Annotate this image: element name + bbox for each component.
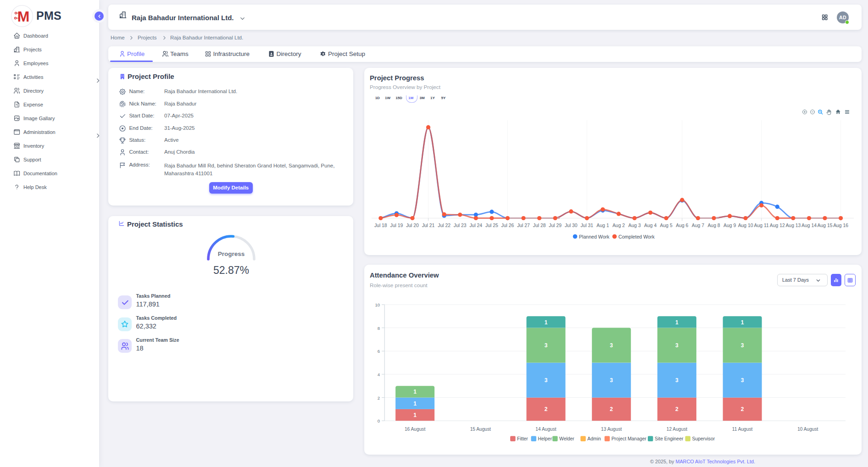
svg-text:2: 2 [741, 406, 744, 412]
svg-text:10: 10 [375, 302, 380, 307]
svg-text:11 August: 11 August [732, 427, 753, 432]
svg-text:Supervisor: Supervisor [692, 436, 715, 441]
svg-text:1: 1 [413, 400, 417, 407]
svg-text:Completed Work: Completed Work [618, 234, 655, 239]
svg-text:3: 3 [741, 342, 744, 349]
svg-text:Jul 21: Jul 21 [422, 223, 435, 228]
svg-text:8: 8 [378, 326, 380, 331]
svg-text:Aug 4: Aug 4 [644, 223, 657, 228]
svg-text:Jul 19: Jul 19 [390, 223, 403, 228]
svg-text:Jul 25: Jul 25 [485, 223, 498, 228]
svg-text:Aug 16: Aug 16 [833, 223, 848, 228]
svg-text:3: 3 [610, 342, 613, 349]
svg-text:Jul 22: Jul 22 [438, 223, 451, 228]
svg-text:M: M [17, 8, 30, 25]
svg-text:Helper: Helper [538, 436, 552, 441]
svg-text:Jul 30: Jul 30 [565, 223, 578, 228]
svg-text:Jul 28: Jul 28 [533, 223, 546, 228]
svg-text:Aug 15: Aug 15 [818, 223, 833, 228]
svg-text:10 August: 10 August [797, 427, 818, 432]
svg-text:Aug 9: Aug 9 [723, 223, 736, 228]
svg-text:Admin: Admin [587, 436, 601, 441]
svg-text:Aug 7: Aug 7 [692, 223, 704, 228]
svg-text:Project Manager: Project Manager [612, 436, 647, 441]
svg-text:Jul 27: Jul 27 [517, 223, 530, 228]
svg-text:Planned Work: Planned Work [579, 234, 610, 239]
svg-text:6: 6 [378, 349, 380, 354]
svg-text:2: 2 [545, 406, 548, 412]
svg-text:Jul 20: Jul 20 [406, 223, 419, 228]
svg-text:Jul 18: Jul 18 [374, 223, 387, 228]
svg-text:3: 3 [545, 377, 548, 384]
svg-text:2: 2 [675, 406, 679, 412]
svg-text:Aug 8: Aug 8 [707, 223, 720, 228]
svg-text:3: 3 [675, 342, 679, 349]
svg-text:Aug 11: Aug 11 [754, 223, 769, 228]
svg-text:Aug 3: Aug 3 [629, 223, 641, 228]
svg-text:3: 3 [741, 377, 744, 384]
svg-text:16 August: 16 August [405, 427, 425, 432]
svg-text:Aug 5: Aug 5 [660, 223, 673, 228]
svg-text:15 August: 15 August [470, 427, 491, 432]
svg-text:Aug 12: Aug 12 [770, 223, 785, 228]
svg-text:14 August: 14 August [535, 427, 556, 432]
svg-text:1: 1 [675, 319, 679, 326]
svg-text:Aug 10: Aug 10 [738, 223, 753, 228]
svg-text:Jul 29: Jul 29 [549, 223, 562, 228]
svg-text:Aug 1: Aug 1 [596, 223, 609, 228]
svg-text:4: 4 [378, 372, 380, 377]
svg-text:Jul 24: Jul 24 [469, 223, 482, 228]
svg-text:12 August: 12 August [667, 427, 687, 432]
svg-text:Jul 31: Jul 31 [580, 223, 593, 228]
svg-text:1: 1 [413, 389, 417, 395]
svg-text:3: 3 [675, 377, 679, 384]
svg-text:3: 3 [610, 377, 613, 384]
svg-text:1: 1 [413, 412, 417, 418]
svg-text:Aug 14: Aug 14 [801, 223, 817, 228]
svg-text:Fitter: Fitter [517, 436, 528, 441]
svg-text:1: 1 [545, 319, 548, 326]
svg-text:2: 2 [378, 395, 380, 400]
svg-text:1: 1 [741, 319, 744, 326]
svg-text:Aug 2: Aug 2 [612, 223, 625, 228]
svg-text:3: 3 [545, 342, 548, 349]
svg-text:Aug 13: Aug 13 [785, 223, 801, 228]
svg-text:Aug 6: Aug 6 [676, 223, 688, 228]
svg-text:0: 0 [378, 418, 380, 423]
svg-text:Jul 23: Jul 23 [454, 223, 467, 228]
svg-text:2: 2 [610, 406, 613, 412]
svg-text:Site Engineer: Site Engineer [655, 436, 684, 441]
svg-text:Jul 26: Jul 26 [501, 223, 514, 228]
svg-text:13 August: 13 August [601, 427, 622, 432]
svg-text:Welder: Welder [559, 436, 574, 441]
